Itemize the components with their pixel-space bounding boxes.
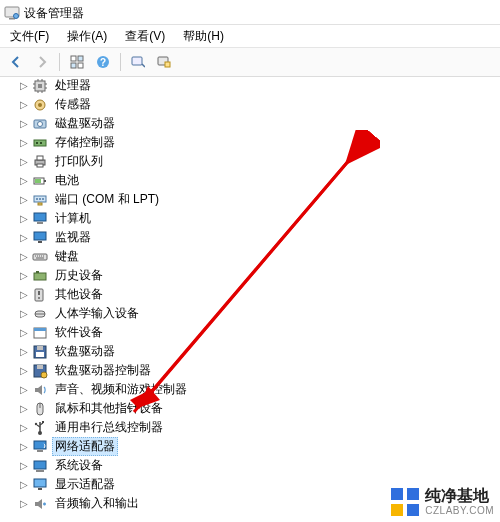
svg-rect-19 [36, 142, 38, 144]
tree-node[interactable]: ▷键盘 [18, 247, 500, 266]
tree-node[interactable]: ▷系统设备 [18, 456, 500, 475]
svg-rect-4 [78, 56, 83, 61]
menu-file[interactable]: 文件(F) [6, 26, 53, 47]
expand-icon[interactable]: ▷ [18, 251, 30, 263]
tree-node[interactable]: ▷鼠标和其他指针设备 [18, 399, 500, 418]
tree-node[interactable]: ▷软件设备 [18, 323, 500, 342]
menu-help[interactable]: 帮助(H) [179, 26, 228, 47]
expand-icon[interactable]: ▷ [18, 327, 30, 339]
menu-action[interactable]: 操作(A) [63, 26, 111, 47]
expand-icon[interactable]: ▷ [18, 422, 30, 434]
menubar: 文件(F) 操作(A) 查看(V) 帮助(H) [0, 25, 500, 48]
tree-node[interactable]: ▷电池 [18, 171, 500, 190]
history-icon [32, 268, 48, 284]
svg-point-40 [38, 297, 40, 299]
tree-node[interactable]: ▷软盘驱动器 [18, 342, 500, 361]
expand-icon[interactable]: ▷ [18, 194, 30, 206]
tree-node-label: 软盘驱动器控制器 [52, 361, 154, 380]
expand-icon[interactable]: ▷ [18, 384, 30, 396]
tree-node[interactable]: ▷端口 (COM 和 LPT) [18, 190, 500, 209]
system-icon [32, 458, 48, 474]
expand-icon[interactable]: ▷ [18, 156, 30, 168]
watermark-text-top: 纯净基地 [425, 487, 494, 505]
show-hidden-button[interactable] [65, 50, 89, 74]
help-button[interactable]: ? [91, 50, 115, 74]
svg-rect-62 [391, 488, 403, 500]
sound-icon [32, 382, 48, 398]
software-icon [32, 325, 48, 341]
tree-node[interactable]: ▷声音、视频和游戏控制器 [18, 380, 500, 399]
expand-icon[interactable]: ▷ [18, 289, 30, 301]
svg-rect-64 [391, 504, 403, 516]
keyboard-icon [32, 249, 48, 265]
expand-icon[interactable]: ▷ [18, 365, 30, 377]
tree-node-label: 音频输入和输出 [52, 494, 142, 513]
toolbar-separator-2 [120, 53, 121, 71]
expand-icon[interactable]: ▷ [18, 403, 30, 415]
tree-node[interactable]: ▷监视器 [18, 228, 500, 247]
scan-button[interactable] [126, 50, 150, 74]
svg-rect-34 [34, 232, 46, 240]
expand-icon[interactable]: ▷ [18, 175, 30, 187]
svg-rect-11 [165, 62, 170, 67]
expand-icon[interactable]: ▷ [18, 441, 30, 453]
storage-ctrl-icon [32, 135, 48, 151]
tree-node[interactable]: ▷处理器 [18, 76, 500, 95]
expand-icon[interactable]: ▷ [18, 270, 30, 282]
audio-io-icon [32, 496, 48, 512]
tree-node-label: 处理器 [52, 76, 94, 95]
forward-button[interactable] [30, 50, 54, 74]
svg-rect-58 [34, 479, 46, 487]
tree-node[interactable]: ▷其他设备 [18, 285, 500, 304]
network-icon [32, 439, 48, 455]
expand-icon[interactable]: ▷ [18, 213, 30, 225]
expand-icon[interactable]: ▷ [18, 498, 30, 510]
svg-rect-57 [36, 470, 44, 472]
svg-rect-13 [38, 84, 42, 88]
svg-rect-20 [40, 142, 42, 144]
tree-node-label: 端口 (COM 和 LPT) [52, 190, 162, 209]
tree-node-label: 历史设备 [52, 266, 106, 285]
menu-view[interactable]: 查看(V) [121, 26, 169, 47]
monitor-icon [32, 230, 48, 246]
properties-button[interactable] [152, 50, 176, 74]
tree-node[interactable]: ▷历史设备 [18, 266, 500, 285]
tree-node[interactable]: ▷软盘驱动器控制器 [18, 361, 500, 380]
back-button[interactable] [4, 50, 28, 74]
expand-icon[interactable]: ▷ [18, 118, 30, 130]
app-icon [4, 5, 20, 21]
expand-icon[interactable]: ▷ [18, 346, 30, 358]
tree-node-label: 传感器 [52, 95, 94, 114]
expand-icon[interactable]: ▷ [18, 137, 30, 149]
device-tree[interactable]: ▷处理器▷传感器▷磁盘驱动器▷存储控制器▷打印队列▷电池▷端口 (COM 和 L… [0, 76, 500, 513]
tree-node[interactable]: ▷传感器 [18, 95, 500, 114]
disk-icon [32, 116, 48, 132]
tree-node[interactable]: ▷计算机 [18, 209, 500, 228]
expand-icon[interactable]: ▷ [18, 80, 30, 92]
device-tree-pane: ▷处理器▷传感器▷磁盘驱动器▷存储控制器▷打印队列▷电池▷端口 (COM 和 L… [0, 74, 500, 522]
tree-node[interactable]: ▷网络适配器 [18, 437, 500, 456]
svg-rect-32 [34, 213, 46, 221]
svg-rect-6 [78, 63, 83, 68]
expand-icon[interactable]: ▷ [18, 232, 30, 244]
tree-node[interactable]: ▷存储控制器 [18, 133, 500, 152]
tree-node[interactable]: ▷磁盘驱动器 [18, 114, 500, 133]
tree-node[interactable]: ▷通用串行总线控制器 [18, 418, 500, 437]
expand-icon[interactable]: ▷ [18, 99, 30, 111]
expand-icon[interactable]: ▷ [18, 308, 30, 320]
tree-node-label: 其他设备 [52, 285, 106, 304]
expand-icon[interactable]: ▷ [18, 460, 30, 472]
svg-rect-52 [42, 421, 44, 423]
tree-node[interactable]: ▷打印队列 [18, 152, 500, 171]
tree-node-label: 打印队列 [52, 152, 106, 171]
svg-rect-33 [37, 222, 43, 224]
tree-node[interactable]: ▷人体学输入设备 [18, 304, 500, 323]
watermark-logo-icon [391, 488, 419, 516]
tree-node-label: 通用串行总线控制器 [52, 418, 166, 437]
svg-point-15 [38, 103, 42, 107]
svg-point-51 [38, 431, 42, 435]
tree-node-label: 键盘 [52, 247, 82, 266]
sensor-icon [32, 97, 48, 113]
expand-icon[interactable]: ▷ [18, 479, 30, 491]
tree-node-label: 人体学输入设备 [52, 304, 142, 323]
